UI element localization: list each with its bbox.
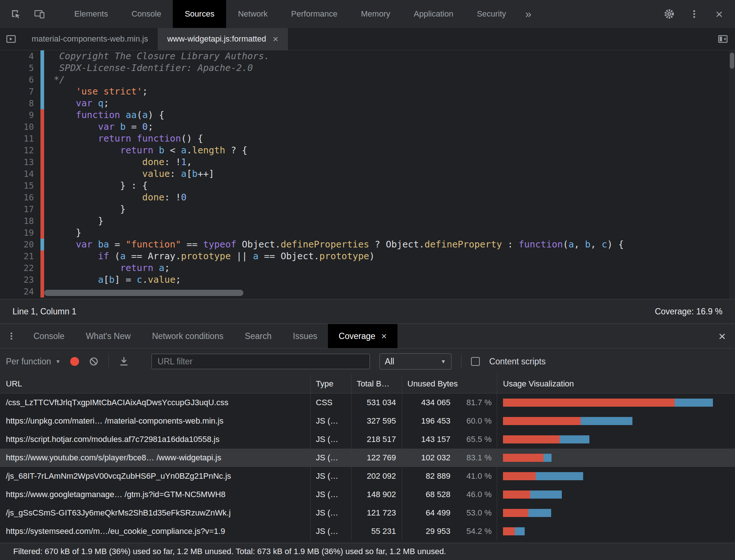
- row-type: JS (…: [311, 430, 352, 449]
- tab-sources[interactable]: Sources: [173, 0, 226, 28]
- row-type: JS (…: [311, 522, 352, 541]
- close-devtools-button[interactable]: ×: [709, 4, 729, 24]
- line-number[interactable]: 17: [0, 203, 34, 215]
- drawer-tab-search[interactable]: Search: [234, 324, 282, 348]
- row-unused-bytes: 29 95354.2 %: [402, 522, 497, 541]
- column-header-usage-visualization[interactable]: Usage Visualization: [497, 374, 735, 393]
- code-line: 13 done: !1,: [0, 156, 735, 168]
- url-filter-input[interactable]: [151, 354, 370, 369]
- coverage-strip: [40, 133, 44, 145]
- table-row[interactable]: https://www.googletagmanage… /gtm.js?id=…: [0, 485, 735, 504]
- tab-performance[interactable]: Performance: [279, 0, 349, 28]
- close-tab-icon[interactable]: ×: [381, 331, 387, 341]
- inspect-icon[interactable]: [6, 4, 26, 24]
- line-number[interactable]: 18: [0, 215, 34, 227]
- row-total-bytes: 55 231: [352, 522, 402, 541]
- line-number[interactable]: 24: [0, 286, 34, 297]
- coverage-table: URL Type Total B… Unused Bytes Usage Vis…: [0, 374, 735, 560]
- table-row[interactable]: /js_68IT-7rLAmNm2WpsV00vcqZubHS6P_uYn0BZ…: [0, 467, 735, 485]
- close-drawer-button[interactable]: ×: [709, 324, 735, 348]
- code-editor[interactable]: 4 Copyright The Closure Library Authors.…: [0, 50, 735, 299]
- code-line: 17 }: [0, 203, 735, 215]
- table-row[interactable]: /css_LzTTCVftJrlqTxgpIMtCbACIAixAqDwsYcc…: [0, 393, 735, 412]
- drawer-tab-coverage[interactable]: Coverage×: [328, 324, 397, 348]
- line-number[interactable]: 11: [0, 133, 34, 145]
- table-row[interactable]: https://www.youtube.com/s/player/bce8… /…: [0, 449, 735, 467]
- unused-bar-segment: [503, 472, 536, 480]
- coverage-summary-text: Filtered: 670 kB of 1.9 MB (36%) used so…: [13, 547, 446, 556]
- more-tabs-icon[interactable]: »: [518, 0, 539, 28]
- line-number[interactable]: 6: [0, 74, 34, 86]
- line-number[interactable]: 19: [0, 227, 34, 239]
- tab-console[interactable]: Console: [120, 0, 173, 28]
- row-total-bytes: 327 595: [352, 412, 402, 430]
- row-usage-visualization: [497, 449, 735, 467]
- settings-gear-icon[interactable]: [659, 4, 679, 24]
- row-unused-bytes: 143 15765.5 %: [402, 430, 497, 449]
- kebab-menu-icon[interactable]: [684, 4, 704, 24]
- tab-network[interactable]: Network: [226, 0, 279, 28]
- line-number[interactable]: 12: [0, 145, 34, 156]
- unused-bar-segment: [503, 435, 560, 443]
- content-scripts-checkbox[interactable]: [471, 357, 480, 366]
- row-url: /js_gSsCSmS-GIT63Jy6meQkrMs2ShB1d35eFkSR…: [0, 504, 311, 522]
- line-number[interactable]: 13: [0, 156, 34, 168]
- line-number[interactable]: 20: [0, 239, 34, 250]
- column-header-total-bytes[interactable]: Total B…: [352, 374, 402, 393]
- tab-security[interactable]: Security: [465, 0, 518, 28]
- record-coverage-button[interactable]: [70, 357, 79, 366]
- line-number[interactable]: 10: [0, 121, 34, 133]
- table-row[interactable]: /js_gSsCSmS-GIT63Jy6meQkrMs2ShB1d35eFkSR…: [0, 504, 735, 522]
- tab-memory[interactable]: Memory: [349, 0, 402, 28]
- line-number[interactable]: 4: [0, 50, 34, 62]
- tab-elements[interactable]: Elements: [63, 0, 120, 28]
- line-number[interactable]: 8: [0, 97, 34, 109]
- drawer-tab-network-conditions[interactable]: Network conditions: [141, 324, 234, 348]
- dock-panel-icon[interactable]: [711, 28, 735, 50]
- close-tab-icon[interactable]: ×: [273, 34, 278, 44]
- row-total-bytes: 202 092: [352, 467, 402, 485]
- main-tabs: ElementsConsoleSourcesNetworkPerformance…: [63, 0, 518, 28]
- line-number[interactable]: 23: [0, 274, 34, 286]
- tab-application[interactable]: Application: [402, 0, 465, 28]
- clear-coverage-button[interactable]: [89, 356, 99, 367]
- line-number[interactable]: 16: [0, 192, 34, 203]
- export-coverage-button[interactable]: [118, 356, 129, 367]
- coverage-table-body: /css_LzTTCVftJrlqTxgpIMtCbACIAixAqDwsYcc…: [0, 393, 735, 543]
- row-unused-bytes: 82 88941.0 %: [402, 467, 497, 485]
- column-header-url[interactable]: URL: [0, 374, 311, 393]
- line-number[interactable]: 9: [0, 109, 34, 121]
- coverage-strip: [40, 109, 44, 121]
- table-row[interactable]: https://script.hotjar.com/modules.af7c72…: [0, 430, 735, 449]
- line-number[interactable]: 5: [0, 62, 34, 74]
- device-toolbar-icon[interactable]: [29, 4, 49, 24]
- file-tab[interactable]: material-components-web.min.js: [22, 28, 158, 50]
- show-navigator-icon[interactable]: [0, 28, 22, 50]
- drawer-kebab-menu-icon[interactable]: [0, 324, 23, 348]
- vertical-scrollbar-thumb[interactable]: [730, 53, 734, 69]
- horizontal-scrollbar-thumb[interactable]: [44, 290, 243, 296]
- coverage-mode-label: Per function: [6, 357, 51, 367]
- drawer-tab-label: What's New: [86, 331, 131, 341]
- file-tab[interactable]: www-widgetapi.js:formatted×: [158, 28, 288, 50]
- row-type: JS (…: [311, 449, 352, 467]
- line-number[interactable]: 15: [0, 180, 34, 192]
- table-row[interactable]: https://systemseed.com/m…/eu_cookie_comp…: [0, 522, 735, 541]
- devtools-window: ElementsConsoleSourcesNetworkPerformance…: [0, 0, 735, 560]
- type-filter-select[interactable]: All ▼: [379, 353, 452, 370]
- line-number[interactable]: 7: [0, 86, 34, 97]
- code-line: 9 function aa(a) {: [0, 109, 735, 121]
- drawer-tab-what-s-new[interactable]: What's New: [75, 324, 141, 348]
- drawer-tab-issues[interactable]: Issues: [282, 324, 328, 348]
- table-row[interactable]: https://unpkg.com/materi… /material-comp…: [0, 412, 735, 430]
- column-header-type[interactable]: Type: [311, 374, 352, 393]
- line-number[interactable]: 14: [0, 168, 34, 180]
- line-number[interactable]: 21: [0, 250, 34, 262]
- drawer-tab-console[interactable]: Console: [23, 324, 75, 348]
- coverage-strip: [40, 227, 44, 239]
- line-number[interactable]: 22: [0, 262, 34, 274]
- coverage-mode-dropdown[interactable]: Per function ▼: [6, 357, 61, 367]
- coverage-strip: [40, 262, 44, 274]
- vertical-scrollbar[interactable]: [729, 50, 735, 299]
- column-header-unused-bytes[interactable]: Unused Bytes: [402, 374, 497, 393]
